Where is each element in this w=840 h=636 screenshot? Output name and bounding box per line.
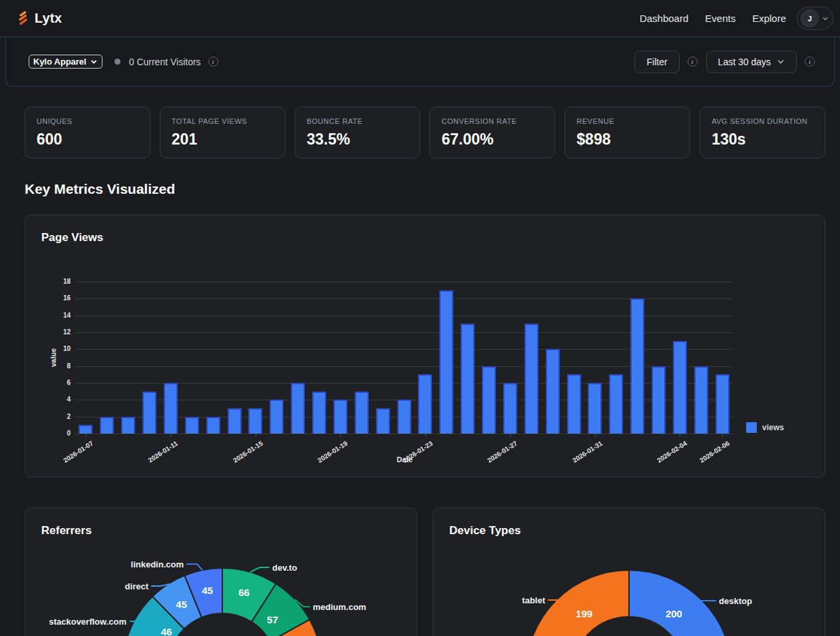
bar-2026-01-28[interactable]	[525, 324, 538, 434]
bar-2026-02-01[interactable]	[609, 374, 623, 434]
slice-value: 45	[202, 585, 213, 596]
top-nav: Lytx Dashboard Events Explore J	[0, 0, 840, 37]
stat-value: $898	[576, 131, 678, 149]
bar-2026-01-29[interactable]	[546, 349, 560, 434]
bar-2026-01-15[interactable]	[248, 408, 262, 434]
y-tick-label: 6	[45, 379, 71, 386]
toolbar-right: Filter i Last 30 days i	[634, 51, 823, 73]
page-views-chart[interactable]: 0246810121416182026-01-072026-01-112026-…	[25, 215, 825, 477]
y-tick-label: 12	[45, 328, 71, 336]
bar-2026-01-08[interactable]	[100, 417, 114, 434]
site-selector-value: Kylo Apparel	[33, 57, 87, 67]
stat-label: CONVERSION RATE	[441, 117, 543, 125]
slice-label: tablet	[522, 595, 545, 605]
slice-value: 200	[666, 608, 682, 619]
bar-2026-02-04[interactable]	[673, 341, 687, 434]
visitors-info-icon[interactable]: i	[208, 57, 218, 67]
bar-2026-01-23[interactable]	[418, 374, 432, 434]
slice-label: dev.to	[272, 563, 297, 573]
nav-link-explore[interactable]: Explore	[752, 13, 786, 24]
chevron-down-icon	[777, 58, 785, 66]
x-tick	[680, 434, 680, 437]
x-tick-label: 2026-01-07	[43, 440, 95, 477]
stat-card-avg-session-duration: AVG SESSION DURATION 130s	[700, 107, 825, 159]
referrers-card: 46stackoverflow.com45direct45linkedin.co…	[25, 507, 417, 636]
bottom-grid: 46stackoverflow.com45direct45linkedin.co…	[25, 507, 825, 636]
filter-info-icon[interactable]: i	[688, 57, 698, 67]
bar-2026-01-27[interactable]	[503, 383, 517, 434]
flame-logo-icon	[17, 11, 29, 26]
bar-2026-01-26[interactable]	[482, 366, 496, 434]
visitors-status-dot	[114, 59, 120, 65]
user-menu[interactable]: J	[797, 7, 833, 30]
brand[interactable]: Lytx	[17, 11, 62, 26]
bar-2026-02-02[interactable]	[630, 298, 644, 434]
donut-slice-desktop[interactable]	[629, 570, 732, 636]
bar-2026-01-21[interactable]	[376, 408, 390, 434]
y-axis-title: value	[49, 338, 57, 378]
stat-value: 130s	[712, 131, 813, 149]
stat-card-uniques: UNIQUES 600	[25, 107, 150, 159]
nav-link-events[interactable]: Events	[705, 13, 735, 24]
bar-2026-02-05[interactable]	[694, 366, 708, 434]
bar-2026-02-06[interactable]	[716, 374, 730, 434]
x-tick	[256, 434, 256, 437]
stat-card-bounce-rate: BOUNCE RATE 33.5%	[295, 107, 421, 159]
stat-card-total-page-views: TOTAL PAGE VIEWS 201	[160, 107, 286, 159]
x-tick	[722, 434, 723, 437]
bar-2026-02-03[interactable]	[652, 366, 666, 434]
page-views-card: Page Views 0246810121416182026-01-072026…	[25, 214, 825, 477]
filter-button[interactable]: Filter	[634, 51, 679, 73]
nav-link-dashboard[interactable]: Dashboard	[640, 13, 688, 24]
bar-2026-01-13[interactable]	[206, 417, 220, 434]
y-tick-label: 18	[45, 278, 71, 285]
section-title: Key Metrics Visualized	[25, 181, 825, 197]
site-selector[interactable]: Kylo Apparel	[29, 55, 103, 69]
device-types-card: 199tablet200desktop Device Types	[433, 507, 825, 636]
label-leader-line	[186, 564, 202, 570]
slice-label: desktop	[719, 596, 752, 606]
slice-value: 66	[238, 587, 250, 598]
bar-2026-01-30[interactable]	[567, 374, 581, 434]
bar-2026-01-25[interactable]	[461, 324, 475, 434]
bar-2026-01-16[interactable]	[270, 400, 284, 434]
avatar: J	[801, 9, 819, 27]
chevron-down-icon	[821, 15, 829, 23]
bar-2026-01-19[interactable]	[333, 400, 347, 434]
views-legend[interactable]: views	[746, 422, 784, 433]
bar-2026-01-20[interactable]	[355, 392, 369, 434]
filter-bar: Kylo Apparel 0 Current Visitors i Filter…	[5, 37, 835, 87]
bar-2026-01-07[interactable]	[79, 425, 93, 434]
bar-2026-01-18[interactable]	[312, 392, 326, 434]
gridline	[75, 434, 733, 434]
bar-2026-01-14[interactable]	[228, 408, 242, 434]
stat-label: TOTAL PAGE VIEWS	[172, 117, 274, 125]
bar-2026-01-11[interactable]	[164, 383, 178, 434]
bar-2026-01-22[interactable]	[397, 400, 411, 434]
slice-label: stackoverflow.com	[49, 617, 126, 627]
x-tick-label: 2026-01-31	[552, 440, 604, 477]
y-tick-label: 4	[45, 396, 71, 403]
bar-2026-01-12[interactable]	[185, 417, 199, 434]
current-visitors-text: 0 Current Visitors	[129, 57, 201, 67]
stat-value: 600	[37, 131, 138, 149]
bar-2026-01-31[interactable]	[588, 383, 602, 434]
stat-value: 33.5%	[307, 131, 409, 149]
y-tick-label: 14	[45, 312, 71, 319]
slice-value: 57	[267, 614, 278, 625]
date-range-select[interactable]: Last 30 days	[706, 51, 797, 73]
bar-2026-01-24[interactable]	[439, 290, 453, 434]
views-legend-swatch	[746, 422, 757, 433]
bar-2026-01-10[interactable]	[142, 392, 156, 434]
date-range-info-icon[interactable]: i	[805, 57, 815, 67]
date-range-value: Last 30 days	[718, 57, 771, 67]
bar-2026-01-17[interactable]	[291, 383, 305, 434]
stat-label: AVG SESSION DURATION	[712, 117, 813, 125]
stat-label: BOUNCE RATE	[307, 117, 409, 125]
x-tick	[425, 434, 426, 437]
stat-card-revenue: REVENUE $898	[564, 107, 690, 159]
bar-2026-01-09[interactable]	[121, 417, 135, 434]
main-content: UNIQUES 600 TOTAL PAGE VIEWS 201 BOUNCE …	[0, 107, 840, 636]
label-leader-line	[250, 567, 270, 572]
views-legend-label: views	[762, 423, 784, 432]
